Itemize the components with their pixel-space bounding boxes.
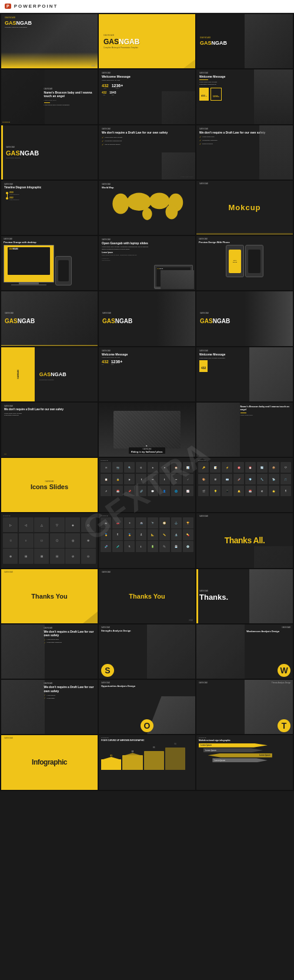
powerpoint-icon: P: [5, 4, 11, 9]
slide-row-1: GASNGAB GAS NGAB Complete Motorcycle Pre…: [1, 14, 293, 68]
slide-9-3: GASNGAB 🔑 📝 ⚡ 🎯 ⏰ 🔄 📦 🛡 🎨 🖥 📧 🚀 💎 🔧 📡 🎵 …: [196, 458, 293, 512]
slide-13-1: GASNGAB We don't require a Draft Law for…: [1, 680, 98, 734]
slide-9-2: GASNGAB ✉ 📷 🔍 ⚙ ★ ♥ 🏠 📊 📋 🔒 ▶ ⬆ ➡ ⬇ ⬅ ✓ …: [99, 458, 195, 512]
slide-8-1: GASNGAB We don't require a Draft Law for…: [1, 403, 98, 457]
slide-row-3: GASNGAB GAS NGAB Presentation Template G…: [1, 125, 293, 180]
slide-row-13: GASNGAB We don't require a Draft Law for…: [1, 680, 293, 734]
slide-5-3: GASNGAB Preview Design With Phone GASNGA…: [196, 236, 293, 290]
slide-13-3: GASNGAB Threats Analysis Design T: [196, 680, 293, 734]
svg-point-5: [165, 205, 178, 220]
slide-12-3: GASNGAB Weaknesses Analysis Design W: [196, 624, 293, 679]
slide-2-3: GASNGAB Welcome Message Lorem ipsum dolo…: [196, 69, 293, 124]
slide-row-9: GASNGAB Icons Slides ⚡ GASNGAB ✉ 📷 🔍 ⚙ ★…: [1, 458, 293, 512]
slide-14-1: GASNGAB Infographic: [1, 735, 98, 789]
svg-point-0: [112, 194, 129, 214]
infographic-title: Infographic: [32, 758, 67, 766]
slide-13-2: GASNGAB Opportunities Analysis Design O: [99, 680, 195, 734]
slides-container: GASNGAB GAS NGAB Complete Motorcycle Pre…: [0, 13, 294, 791]
slide-3-2: GASNGAB We don't require a Draft Law for…: [99, 125, 195, 180]
slide-1-1-label: GASNGAB: [5, 16, 94, 19]
thanks-text-3: Thanks.: [199, 593, 290, 602]
app-name: POWERPOINT: [14, 4, 58, 9]
svg-point-4: [142, 208, 152, 221]
slide-row-8: GASNGAB We don't require a Draft Law for…: [1, 403, 293, 457]
slide-row-5: GASNGAB Preview Orange with desktop GASN…: [1, 236, 293, 290]
top-bar: P POWERPOINT: [0, 0, 294, 13]
slide-5-1: GASNGAB Preview Orange with desktop GASN…: [1, 236, 98, 290]
slide-1-2-title: GAS: [103, 38, 119, 46]
slide-14-2: GASNGAB FOUR CURVED UP ARROWS INFOGRAPHI…: [99, 735, 195, 789]
slide-7-3: GASNGAB Welcome Message Lorem ipsum dolo…: [196, 347, 293, 401]
slide-8-2: 🏍 GASNGAB Riding is my hallowed place.: [99, 403, 195, 457]
slide-3-1: GASNGAB GAS NGAB Presentation Template: [1, 125, 98, 180]
slide-10-2: GASNGAB 🏍 🚗 ✈ 🚢 🔭 🧭 ⚓ 🏆 🥇 🎖 🏅 🎗 📐 📏 🔬 💊 …: [99, 513, 195, 567]
slide-row-7: GASNGAB GASNGAB Presentation Template GA…: [1, 347, 293, 401]
slide-row-10: GASNGAB ▷ ◁ △ ▽ ◈ ◇ ☆ ○ □ ⬡ ◎ ⊕ ⊗ ⊞ ⊠ ⊟ …: [1, 513, 293, 567]
slide-4-3: GASNGAB Mokcup: [196, 181, 293, 235]
slide-row-4: GASNGAB Timeline Diagram Infographic 201…: [1, 181, 293, 235]
slide-9-1: GASNGAB Icons Slides ⚡: [1, 458, 98, 512]
slide-11-3: GASNGAB Thanks.: [196, 569, 293, 623]
slide-1-2: GASNGAB GAS NGAB Complete Motorcycle Pre…: [99, 14, 195, 68]
slide-6-1: GASNGAB GASNGAB: [1, 291, 98, 346]
thanks-all-text: Thanks All.: [225, 536, 265, 545]
slide-12-1: GASNGAB We don't require a Draft Law for…: [1, 624, 98, 679]
slide-1-3-title: GAS: [200, 40, 212, 46]
slide-row-12: GASNGAB We don't require a Draft Law for…: [1, 624, 293, 679]
slide-14-3: GASNGAB Multidirectional sign infographi…: [196, 735, 293, 789]
slide-1-1: GASNGAB GAS NGAB Complete Motorcycle Pre…: [1, 14, 98, 68]
slide-12-2: GASNGAB Strengths Analysis Design S: [99, 624, 195, 679]
slide-row-2: GASNGAB GASNGAB Name's Braxxon baby and …: [1, 69, 293, 124]
slide-7-2: GASNGAB Welcome Message Lorem Ipsum Dolo…: [99, 347, 195, 401]
thanks-you-text-2: Thanks You: [129, 593, 165, 600]
slide-6-3: GASNGAB GASNGAB: [196, 291, 293, 346]
svg-point-2: [149, 193, 169, 210]
slide-4-2: GASNGAB World Map: [99, 181, 195, 235]
slide-row-14: GASNGAB Infographic GASNGAB FOUR CURVED …: [1, 735, 293, 789]
slide-5-2: GASNGAB Open Gasngab with laptop slides …: [99, 236, 195, 290]
thanks-you-text-1: Thanks You: [31, 593, 67, 600]
slide-row-6: GASNGAB GASNGAB GASNGAB GASNGAB GASNGAB …: [1, 291, 293, 346]
slide-2-1: GASNGAB GASNGAB Name's Braxxon baby and …: [1, 69, 98, 124]
slide-11-2: GASNGAB Thanks You 2024: [99, 569, 195, 623]
slide-7-1: GASNGAB GASNGAB Presentation Template: [1, 347, 98, 401]
slide-2-2: GASNGAB Welcome Message Lorem Ipsum Dolo…: [99, 69, 195, 124]
slide-11-1: GASNGAB Thanks You: [1, 569, 98, 623]
slide-1-3: GASNGAB GAS NGAB: [196, 14, 293, 68]
slide-row-11: GASNGAB Thanks You GASNGAB Thanks You 20…: [1, 569, 293, 623]
slide-3-3: GASNGAB We don't require a Draft Law for…: [196, 125, 293, 180]
slide-8-3: Name's Braxxon baby and I wanna touch an…: [196, 403, 293, 457]
slide-10-1: GASNGAB ▷ ◁ △ ▽ ◈ ◇ ☆ ○ □ ⬡ ◎ ⊕ ⊗ ⊞ ⊠ ⊟ …: [1, 513, 98, 567]
slide-10-3: GASNGAB Thanks All.: [196, 513, 293, 567]
slide-1-1-title: GAS: [5, 20, 16, 26]
slide-6-2: GASNGAB GASNGAB: [99, 291, 195, 346]
slide-4-1: GASNGAB Timeline Diagram Infographic 201…: [1, 181, 98, 235]
